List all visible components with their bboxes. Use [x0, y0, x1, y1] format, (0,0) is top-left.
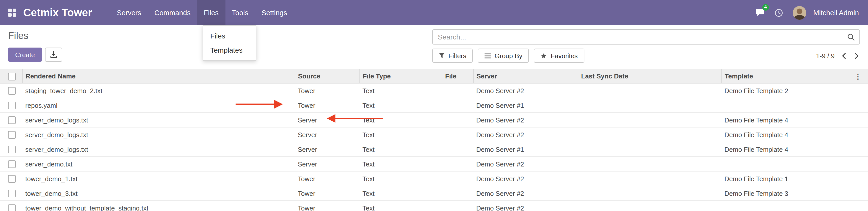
- user-avatar[interactable]: [793, 6, 806, 20]
- cell-source[interactable]: Tower: [295, 98, 360, 113]
- cell-file[interactable]: [442, 157, 473, 171]
- favorites-button[interactable]: Favorites: [534, 49, 584, 63]
- search-input[interactable]: [433, 33, 847, 41]
- cell-server[interactable]: Demo Server #2: [473, 127, 578, 142]
- cell-rendered-name[interactable]: server_demo.txt: [22, 157, 295, 171]
- menu-commands[interactable]: Commands: [148, 0, 197, 25]
- dropdown-item-files[interactable]: Files: [203, 29, 256, 43]
- table-row[interactable]: server_demo.txt Server Text Demo Server …: [0, 157, 868, 171]
- cell-server[interactable]: Demo Server #1: [473, 98, 578, 113]
- row-checkbox[interactable]: [8, 204, 16, 211]
- menu-settings[interactable]: Settings: [255, 0, 293, 25]
- cell-rendered-name[interactable]: server_demo_logs.txt: [22, 113, 295, 127]
- cell-last-sync-date[interactable]: [578, 186, 721, 201]
- row-checkbox[interactable]: [8, 190, 16, 197]
- cell-rendered-name[interactable]: repos.yaml: [22, 98, 295, 113]
- row-checkbox[interactable]: [8, 116, 16, 124]
- cell-file[interactable]: [442, 113, 473, 127]
- row-checkbox[interactable]: [8, 131, 16, 139]
- cell-template[interactable]: [721, 201, 848, 211]
- table-row[interactable]: server_demo_logs.txt Server Text Demo Se…: [0, 127, 868, 142]
- cell-file[interactable]: [442, 83, 473, 98]
- cell-server[interactable]: Demo Server #1: [473, 142, 578, 157]
- cell-file-type[interactable]: Text: [360, 127, 442, 142]
- cell-file-type[interactable]: Text: [360, 171, 442, 186]
- cell-template[interactable]: [721, 98, 848, 113]
- cell-file[interactable]: [442, 127, 473, 142]
- cell-rendered-name[interactable]: tower_demo_3.txt: [22, 186, 295, 201]
- col-rendered-name[interactable]: Rendered Name: [22, 69, 295, 83]
- cell-rendered-name[interactable]: server_demo_logs.txt: [22, 127, 295, 142]
- cell-rendered-name[interactable]: staging_tower_demo_2.txt: [22, 83, 295, 98]
- table-row[interactable]: server_demo_logs.txt Server Text Demo Se…: [0, 113, 868, 127]
- cell-last-sync-date[interactable]: [578, 113, 721, 127]
- col-last-sync-date[interactable]: Last Sync Date: [578, 69, 721, 83]
- cell-file-type[interactable]: Text: [360, 142, 442, 157]
- cell-source[interactable]: Server: [295, 142, 360, 157]
- cell-source[interactable]: Server: [295, 127, 360, 142]
- cell-rendered-name[interactable]: server_demo_logs.txt: [22, 142, 295, 157]
- cell-source[interactable]: Tower: [295, 171, 360, 186]
- apps-grid-icon[interactable]: [8, 9, 16, 17]
- cell-template[interactable]: Demo File Template 4: [721, 113, 848, 127]
- cell-last-sync-date[interactable]: [578, 127, 721, 142]
- cell-server[interactable]: Demo Server #2: [473, 186, 578, 201]
- select-all-checkbox[interactable]: [8, 72, 16, 80]
- menu-files[interactable]: Files: [197, 0, 225, 25]
- col-file-type[interactable]: File Type: [360, 69, 442, 83]
- cell-source[interactable]: Server: [295, 113, 360, 127]
- activity-clock-icon[interactable]: [771, 0, 786, 25]
- brand-title[interactable]: Cetmix Tower: [23, 7, 92, 19]
- cell-server[interactable]: Demo Server #2: [473, 113, 578, 127]
- cell-file[interactable]: [442, 142, 473, 157]
- messages-icon[interactable]: 4: [751, 0, 768, 25]
- cell-last-sync-date[interactable]: [578, 157, 721, 171]
- row-checkbox[interactable]: [8, 87, 16, 95]
- cell-source[interactable]: Tower: [295, 186, 360, 201]
- pager-prev-icon[interactable]: [841, 51, 847, 60]
- table-row[interactable]: staging_tower_demo_2.txt Tower Text Demo…: [0, 83, 868, 98]
- table-row[interactable]: tower_demo_without_template_staging.txt …: [0, 201, 868, 211]
- user-name[interactable]: Mitchell Admin: [813, 9, 859, 17]
- column-options-button[interactable]: [848, 69, 868, 83]
- search-icon[interactable]: [847, 33, 859, 41]
- cell-server[interactable]: Demo Server #2: [473, 171, 578, 186]
- cell-source[interactable]: Tower: [295, 83, 360, 98]
- cell-template[interactable]: [721, 157, 848, 171]
- table-row[interactable]: repos.yaml Tower Text Demo Server #1: [0, 98, 868, 113]
- cell-rendered-name[interactable]: tower_demo_without_template_staging.txt: [22, 201, 295, 211]
- menu-servers[interactable]: Servers: [110, 0, 148, 25]
- cell-last-sync-date[interactable]: [578, 201, 721, 211]
- col-template[interactable]: Template: [721, 69, 848, 83]
- cell-template[interactable]: Demo File Template 2: [721, 83, 848, 98]
- cell-last-sync-date[interactable]: [578, 98, 721, 113]
- cell-server[interactable]: Demo Server #2: [473, 157, 578, 171]
- cell-template[interactable]: Demo File Template 4: [721, 142, 848, 157]
- cell-file[interactable]: [442, 186, 473, 201]
- cell-last-sync-date[interactable]: [578, 142, 721, 157]
- dropdown-item-templates[interactable]: Templates: [203, 43, 256, 57]
- create-button[interactable]: Create: [8, 48, 42, 62]
- menu-tools[interactable]: Tools: [225, 0, 255, 25]
- cell-file-type[interactable]: Text: [360, 83, 442, 98]
- cell-file-type[interactable]: Text: [360, 157, 442, 171]
- cell-file[interactable]: [442, 201, 473, 211]
- table-row[interactable]: server_demo_logs.txt Server Text Demo Se…: [0, 142, 868, 157]
- group-by-button[interactable]: Group By: [478, 49, 529, 63]
- table-row[interactable]: tower_demo_1.txt Tower Text Demo Server …: [0, 171, 868, 186]
- row-checkbox[interactable]: [8, 160, 16, 168]
- cell-file-type[interactable]: Text: [360, 113, 442, 127]
- download-button[interactable]: [45, 48, 62, 62]
- filters-button[interactable]: Filters: [432, 49, 473, 63]
- cell-file-type[interactable]: Text: [360, 98, 442, 113]
- cell-source[interactable]: Server: [295, 157, 360, 171]
- cell-template[interactable]: Demo File Template 3: [721, 186, 848, 201]
- cell-file-type[interactable]: Text: [360, 201, 442, 211]
- col-source[interactable]: Source: [295, 69, 360, 83]
- row-checkbox[interactable]: [8, 175, 16, 183]
- cell-file[interactable]: [442, 171, 473, 186]
- table-row[interactable]: tower_demo_3.txt Tower Text Demo Server …: [0, 186, 868, 201]
- row-checkbox[interactable]: [8, 102, 16, 109]
- cell-server[interactable]: Demo Server #2: [473, 201, 578, 211]
- cell-file-type[interactable]: Text: [360, 186, 442, 201]
